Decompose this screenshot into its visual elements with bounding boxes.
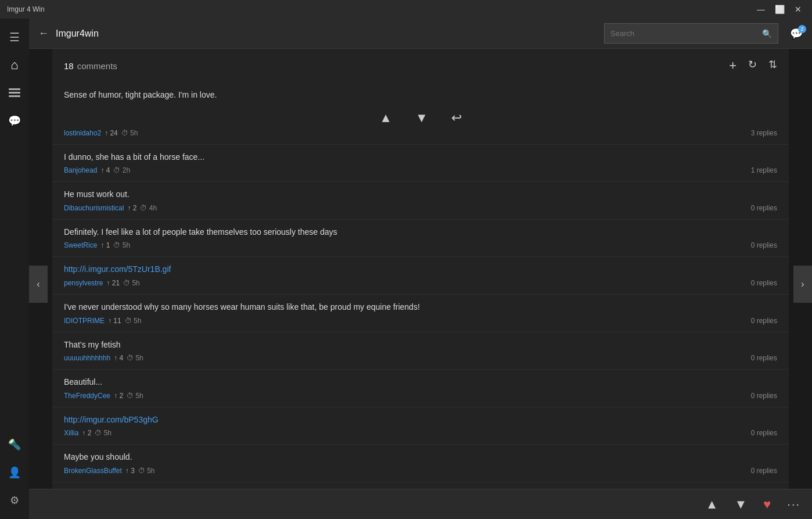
upvote-button[interactable]: ▲ [379, 110, 392, 126]
comment-list: Sense of humor, tight package. I'm in lo… [52, 83, 789, 489]
comment-author[interactable]: lostinidaho2 [64, 129, 101, 137]
add-comment-button[interactable]: + [729, 58, 736, 73]
reply-button[interactable]: ↩ [451, 110, 462, 126]
maximize-button[interactable]: ⬜ [773, 2, 786, 16]
comment-item: He must work out.Dibauchurismistical↑ 2⏱… [52, 182, 789, 220]
comment-meta: SweetRice↑ 1⏱ 5h0 replies [64, 241, 777, 249]
comment-author[interactable]: pensylvestre [64, 279, 103, 287]
refresh-button[interactable]: ↻ [748, 58, 757, 73]
comment-link[interactable]: http://imgur.com/bP53ghG [64, 415, 159, 424]
sidebar-item-settings[interactable]: ⚙ [0, 486, 29, 514]
comment-score: ↑ 3 [125, 467, 135, 475]
app-title: Imgur4win [56, 28, 99, 39]
titlebar-controls: — ⬜ ✕ [754, 2, 805, 16]
comment-item: That's my fetishuuuuuhhhhhhh↑ 4⏱ 5h0 rep… [52, 332, 789, 370]
comment-item: I've never understood why so many horses… [52, 295, 789, 332]
comment-replies: 3 replies [751, 129, 777, 137]
app-shell: ☰ ⌂ 💬 🔦 👤 ⚙ ← Imgur4win 🔍 💬 [0, 19, 812, 519]
comment-replies: 0 replies [751, 204, 777, 212]
comment-meta: Xillia↑ 2⏱ 5h0 replies [64, 429, 777, 437]
comment-score: ↑ 21 [106, 279, 120, 287]
comment-time: ⏱ 4h [140, 204, 157, 212]
comment-author[interactable]: BrokenGlassBuffet [64, 467, 122, 475]
svg-rect-1 [9, 92, 20, 94]
comment-text: http://imgur.com/bP53ghG [64, 414, 777, 426]
titlebar-title: Imgur 4 Win [7, 5, 45, 13]
sidebar-item-menu[interactable]: ☰ [0, 23, 29, 51]
comment-time: ⏱ 5h [127, 392, 143, 400]
comment-item: Maybe you should.BrokenGlassBuffet↑ 3⏱ 5… [52, 445, 789, 482]
prev-nav-button[interactable]: ‹ [29, 266, 48, 303]
comment-score: ↑ 24 [105, 129, 118, 137]
minimize-button[interactable]: — [754, 2, 768, 16]
comment-replies: 0 replies [751, 241, 777, 249]
search-box: 🔍 [604, 23, 778, 44]
svg-rect-2 [9, 95, 20, 97]
sidebar-item-flashlight[interactable]: 🔦 [0, 431, 29, 459]
comment-time: ⏱ 2h [113, 166, 130, 174]
search-icon[interactable]: 🔍 [762, 29, 772, 38]
comment-author[interactable]: Dibauchurismistical [64, 204, 124, 212]
comment-text: Sense of humor, tight package. I'm in lo… [64, 90, 777, 101]
comment-text: http://i.imgur.com/5TzUr1B.gif [64, 264, 777, 275]
comment-replies: 1 replies [751, 166, 777, 174]
sidebar-item-feed[interactable] [0, 79, 29, 107]
comment-link[interactable]: http://i.imgur.com/5TzUr1B.gif [64, 264, 171, 274]
comment-score: ↑ 2 [114, 392, 123, 400]
comment-text: He must work out. [64, 189, 777, 201]
comment-text: I've never understood why so many horses… [64, 302, 777, 313]
comment-author[interactable]: Banjohead [64, 166, 97, 174]
comment-item: Definitely. I feel like a lot of people … [52, 220, 789, 257]
chat-button[interactable]: 💬 2 [790, 27, 803, 40]
comment-time: ⏱ 5h [125, 317, 142, 325]
comment-time: ⏱ 5h [113, 241, 130, 249]
comment-time: ⏱ 5h [95, 429, 112, 437]
comment-score: ↑ 4 [100, 166, 110, 174]
sidebar: ☰ ⌂ 💬 🔦 👤 ⚙ [0, 19, 29, 519]
comment-meta: lostinidaho2↑ 24⏱ 5h3 replies [64, 129, 777, 137]
comment-text: Beautiful... [64, 377, 777, 388]
comment-item: http://i.imgur.com/5TzUr1B.gifpensylvest… [52, 257, 789, 295]
sidebar-item-comments[interactable]: 💬 [0, 107, 29, 135]
comment-text: Maybe you should. [64, 452, 777, 463]
sort-button[interactable]: ⇅ [768, 58, 777, 73]
comments-count: 18 [64, 61, 74, 71]
comment-meta: uuuuuhhhhhhh↑ 4⏱ 5h0 replies [64, 354, 777, 362]
comment-author[interactable]: uuuuuhhhhhhh [64, 354, 110, 362]
comment-author[interactable]: IDIOTPRIME [64, 317, 105, 325]
comment-item: Source? [52, 482, 789, 489]
comment-author[interactable]: Xillia [64, 429, 78, 437]
comment-meta: BrokenGlassBuffet↑ 3⏱ 5h0 replies [64, 467, 777, 475]
titlebar: Imgur 4 Win — ⬜ ✕ [0, 0, 812, 19]
comment-meta: pensylvestre↑ 21⏱ 5h0 replies [64, 279, 777, 287]
comment-meta: IDIOTPRIME↑ 11⏱ 5h0 replies [64, 317, 777, 325]
bottom-toolbar: ▲ ▼ ♥ ··· [29, 489, 812, 519]
comments-actions: + ↻ ⇅ [729, 58, 777, 73]
comment-author[interactable]: SweetRice [64, 241, 97, 249]
comment-replies: 0 replies [751, 354, 777, 362]
downvote-button[interactable]: ▼ [415, 110, 428, 126]
comment-replies: 0 replies [751, 429, 777, 437]
close-button[interactable]: ✕ [791, 2, 805, 16]
comment-replies: 0 replies [751, 317, 777, 325]
back-button[interactable]: ← [38, 27, 49, 40]
comments-header: 18 comments + ↻ ⇅ [52, 49, 789, 83]
svg-rect-0 [9, 88, 20, 90]
more-options-button[interactable]: ··· [787, 497, 800, 511]
sidebar-item-home[interactable]: ⌂ [0, 51, 29, 79]
comment-score: ↑ 4 [114, 354, 123, 362]
content-wrapper: 18 comments + ↻ ⇅ Sense of humor, tight … [52, 49, 789, 489]
comment-text: I dunno, she has a bit of a horse face..… [64, 152, 777, 163]
comment-item: http://imgur.com/bP53ghGXillia↑ 2⏱ 5h0 r… [52, 407, 789, 445]
sidebar-item-profile[interactable]: 👤 [0, 459, 29, 486]
favorite-button[interactable]: ♥ [763, 497, 771, 512]
comment-author[interactable]: TheFreddyCee [64, 392, 110, 400]
comment-text: That's my fetish [64, 339, 777, 351]
comment-meta: Banjohead↑ 4⏱ 2h1 replies [64, 166, 777, 174]
comment-item: Sense of humor, tight package. I'm in lo… [52, 83, 789, 145]
upvote-button[interactable]: ▲ [706, 497, 718, 512]
search-input[interactable] [610, 29, 762, 38]
downvote-button[interactable]: ▼ [734, 497, 747, 512]
comment-meta: TheFreddyCee↑ 2⏱ 5h0 replies [64, 392, 777, 400]
next-nav-button[interactable]: › [793, 266, 812, 303]
